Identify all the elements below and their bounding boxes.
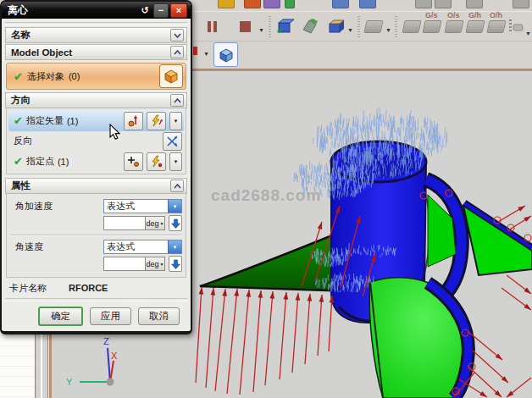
specify-point-row[interactable]: ✔ 指定点 (1) ▼ bbox=[8, 151, 184, 172]
specify-vector-label: 指定矢量 bbox=[26, 114, 64, 127]
specify-point-count: (1) bbox=[58, 157, 69, 167]
angular-acceleration-label: 角加速度 bbox=[10, 200, 103, 213]
analysis-button[interactable] bbox=[300, 16, 320, 36]
toolbar-row1-icon[interactable] bbox=[435, 0, 452, 8]
group-header-direction[interactable]: 方向 bbox=[5, 92, 187, 108]
separator bbox=[5, 298, 187, 301]
group-properties-label: 属性 bbox=[11, 180, 30, 192]
chevron-down-icon[interactable]: ▼ bbox=[385, 27, 391, 33]
minimize-icon: − bbox=[158, 5, 163, 15]
svg-text:✔: ✔ bbox=[276, 25, 284, 36]
os-tool-button[interactable]: O/s bbox=[444, 16, 464, 36]
close-button[interactable]: × bbox=[170, 3, 187, 18]
wcs-triad: Y Z X bbox=[66, 336, 118, 387]
reset-button[interactable]: ↺ bbox=[138, 4, 152, 17]
reverse-direction-button[interactable] bbox=[163, 132, 182, 151]
card-name-row: 卡片名称 RFORCE bbox=[4, 278, 188, 297]
chevron-down-icon[interactable]: ▼ bbox=[347, 27, 353, 33]
angular-acceleration-type-select[interactable]: 表达式 ▼ bbox=[103, 199, 182, 213]
angular-velocity-value-input[interactable] bbox=[103, 257, 146, 271]
vector-options-dropdown[interactable]: ▼ bbox=[169, 112, 182, 130]
ok-button[interactable]: 确定 bbox=[38, 307, 83, 326]
toolbar-row1-icon[interactable] bbox=[466, 0, 483, 8]
pause-button[interactable] bbox=[202, 16, 222, 36]
separator bbox=[5, 22, 187, 25]
solid-collector-button[interactable] bbox=[159, 64, 183, 88]
solve-button[interactable]: ✔ bbox=[274, 16, 295, 36]
toolbar-row1-icon[interactable] bbox=[359, 0, 376, 8]
group-name-label: 名称 bbox=[11, 29, 30, 41]
point-constructor-button[interactable] bbox=[147, 152, 166, 171]
gs-badge: G/s bbox=[425, 11, 438, 19]
angular-velocity-unit[interactable]: deg▼ bbox=[146, 257, 165, 271]
toolbar-row1-icon[interactable] bbox=[285, 0, 295, 8]
toolbar-row1-icon[interactable] bbox=[263, 0, 280, 8]
separator bbox=[10, 235, 182, 236]
vector-constructor-button[interactable] bbox=[147, 112, 166, 130]
result-tool-button[interactable] bbox=[402, 16, 422, 36]
oh-tool-button[interactable]: O/h bbox=[486, 16, 507, 36]
lightning-vector-icon bbox=[150, 114, 163, 127]
toolbar-row1-icon[interactable] bbox=[332, 0, 349, 8]
group-header-model-object[interactable]: Model Object bbox=[5, 44, 187, 60]
gh-tool-icon bbox=[465, 20, 485, 33]
chevron-up-icon bbox=[174, 184, 181, 189]
chevron-up-icon bbox=[174, 98, 181, 103]
collapse-button[interactable] bbox=[170, 94, 184, 107]
os-tool-icon bbox=[444, 20, 463, 33]
model-setup-button[interactable] bbox=[325, 16, 346, 36]
toolbar-row1-icon[interactable] bbox=[244, 0, 261, 8]
chevron-down-icon: ▼ bbox=[160, 262, 164, 267]
angular-acceleration-value-input[interactable] bbox=[103, 216, 146, 230]
chevron-down-icon[interactable]: ▼ bbox=[525, 30, 531, 36]
minimize-button[interactable]: − bbox=[153, 3, 169, 18]
toolbar-row1-icon[interactable] bbox=[218, 0, 235, 8]
angular-acceleration-unit[interactable]: deg▼ bbox=[146, 216, 165, 230]
collapse-button[interactable] bbox=[170, 29, 184, 41]
select-object-row[interactable]: ✔ 选择对象 (0) bbox=[6, 63, 186, 90]
point-dialog-button[interactable] bbox=[124, 152, 143, 171]
cancel-button[interactable]: 取消 bbox=[138, 307, 180, 325]
triad-y-label: Y bbox=[66, 377, 73, 387]
chevron-down-icon: ▼ bbox=[168, 240, 181, 253]
group-header-name[interactable]: 名称 bbox=[5, 27, 187, 43]
solid-cube-icon bbox=[163, 68, 180, 85]
gs-tool-button[interactable]: G/s bbox=[422, 16, 442, 36]
angular-velocity-menu-button[interactable] bbox=[169, 256, 182, 272]
shaded-cube-icon bbox=[218, 47, 235, 64]
chevron-down-icon[interactable]: ▼ bbox=[203, 51, 209, 57]
list-tool-button[interactable] bbox=[506, 16, 526, 36]
toolbar-row1-icon[interactable] bbox=[415, 0, 432, 8]
select-object-label: 选择对象 bbox=[27, 70, 64, 83]
disabled-tool-button[interactable] bbox=[363, 16, 384, 36]
collapse-button[interactable] bbox=[170, 180, 184, 192]
stop-icon bbox=[240, 21, 251, 32]
watermark: cad2688.com bbox=[211, 186, 321, 205]
close-icon: × bbox=[176, 5, 181, 15]
group-header-properties[interactable]: 属性 bbox=[5, 178, 187, 194]
centrifugal-dialog: 离心 ↺ − × 名称 Model Object bbox=[0, 0, 192, 334]
dialog-titlebar[interactable]: 离心 ↺ − × bbox=[2, 2, 191, 19]
chevron-down-icon[interactable]: ▼ bbox=[258, 27, 264, 33]
point-options-dropdown[interactable]: ▼ bbox=[169, 152, 182, 171]
toolbar-row1-icon[interactable] bbox=[513, 0, 529, 8]
triad-z-label: Z bbox=[103, 336, 109, 346]
angular-acceleration-menu-button[interactable] bbox=[169, 215, 182, 231]
group-model-object-label: Model Object bbox=[11, 47, 72, 58]
reverse-direction-row: 反向 bbox=[8, 131, 184, 151]
check-icon: ✔ bbox=[14, 155, 23, 168]
solve-icon: ✔ bbox=[275, 17, 294, 36]
chevron-up-icon bbox=[174, 50, 181, 55]
angular-velocity-type-select[interactable]: 表达式 ▼ bbox=[103, 240, 182, 254]
apply-button[interactable]: 应用 bbox=[90, 307, 131, 325]
specify-point-label: 指定点 bbox=[26, 155, 54, 168]
vector-dialog-button[interactable] bbox=[124, 112, 143, 130]
collapse-button[interactable] bbox=[170, 46, 184, 58]
shaded-view-button[interactable] bbox=[213, 42, 238, 67]
stop-button[interactable] bbox=[235, 16, 255, 36]
specify-vector-row[interactable]: ✔ 指定矢量 (1) ▼ bbox=[8, 110, 184, 131]
chevron-down-icon: ▼ bbox=[174, 159, 179, 164]
card-name-label: 卡片名称 bbox=[9, 282, 47, 295]
gh-tool-button[interactable]: G/h bbox=[465, 16, 485, 36]
reverse-arrows-icon bbox=[166, 135, 179, 147]
